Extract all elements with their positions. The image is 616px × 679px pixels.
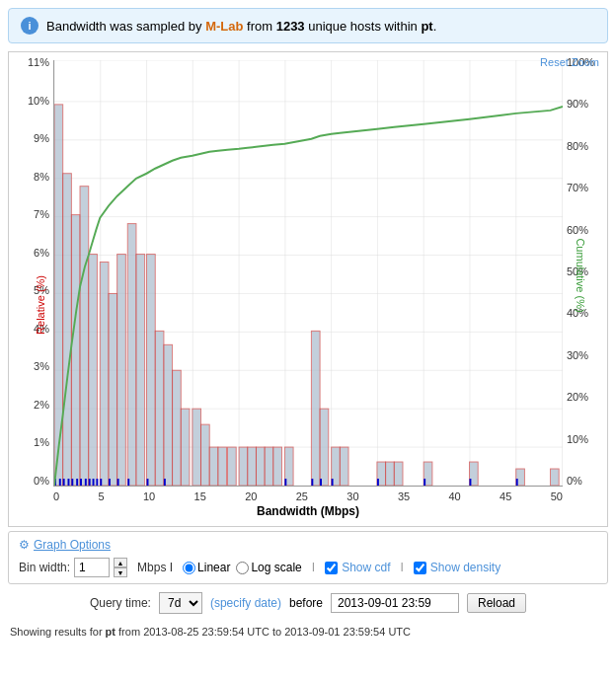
svg-rect-85 xyxy=(516,479,518,486)
svg-rect-74 xyxy=(117,479,119,486)
show-cdf-label: Show cdf xyxy=(342,561,390,574)
svg-rect-69 xyxy=(89,479,91,486)
svg-rect-75 xyxy=(127,479,129,486)
y-left-title: Relative (%) xyxy=(35,275,46,335)
svg-rect-80 xyxy=(320,479,322,486)
show-density-group: Show density xyxy=(414,561,500,574)
bin-width-group: Bin width: ▲ ▼ xyxy=(19,558,127,577)
svg-rect-31 xyxy=(117,255,126,486)
svg-rect-38 xyxy=(181,409,190,486)
info-text: Bandwidth was sampled by M-Lab from 1233… xyxy=(46,19,436,34)
bin-down-button[interactable]: ▼ xyxy=(114,567,127,577)
chart-container: Reset Zoom Relative (%) 0% 1% 2% 3% 4% 5… xyxy=(8,51,608,527)
chart-inner xyxy=(53,60,563,487)
svg-rect-83 xyxy=(424,479,425,486)
options-header[interactable]: ⚙ Graph Options xyxy=(19,538,597,552)
query-row: Query time: 7d (specify date) before Rel… xyxy=(8,588,608,618)
divider2: I xyxy=(400,561,403,574)
svg-rect-29 xyxy=(100,263,109,486)
svg-rect-40 xyxy=(201,424,210,486)
query-time-label: Query time: xyxy=(90,596,151,610)
before-label: before xyxy=(289,596,323,610)
show-cdf-checkbox[interactable] xyxy=(325,562,338,574)
svg-rect-72 xyxy=(100,479,102,486)
svg-rect-43 xyxy=(228,447,237,486)
show-density-label: Show density xyxy=(430,561,500,574)
svg-rect-41 xyxy=(209,447,218,486)
svg-rect-48 xyxy=(273,447,282,486)
svg-rect-67 xyxy=(80,479,82,486)
svg-rect-53 xyxy=(340,447,348,486)
log-label: Log scale xyxy=(251,561,301,574)
chart-area: Reset Zoom Relative (%) 0% 1% 2% 3% 4% 5… xyxy=(9,52,607,526)
svg-rect-35 xyxy=(155,331,164,486)
svg-rect-50 xyxy=(311,331,320,486)
linear-radio[interactable] xyxy=(183,562,195,574)
svg-rect-36 xyxy=(164,344,173,486)
graph-options-label[interactable]: Graph Options xyxy=(34,538,111,552)
reload-button[interactable]: Reload xyxy=(467,593,526,613)
svg-rect-68 xyxy=(85,479,87,486)
svg-rect-82 xyxy=(377,479,379,486)
divider1: I xyxy=(312,561,315,574)
svg-rect-51 xyxy=(320,409,329,486)
y-axis-left: Relative (%) 0% 1% 2% 3% 4% 5% 6% 7% 8% … xyxy=(9,52,53,487)
svg-rect-32 xyxy=(127,224,136,486)
svg-rect-30 xyxy=(109,293,117,486)
info-bar: i Bandwidth was sampled by M-Lab from 12… xyxy=(8,8,608,43)
log-radio[interactable] xyxy=(236,562,249,574)
svg-rect-78 xyxy=(284,479,286,486)
svg-rect-64 xyxy=(68,479,70,486)
show-density-checkbox[interactable] xyxy=(414,562,426,574)
bin-width-input[interactable] xyxy=(74,558,110,577)
svg-rect-62 xyxy=(59,479,61,486)
svg-rect-79 xyxy=(311,479,313,486)
svg-rect-84 xyxy=(469,479,471,486)
svg-rect-45 xyxy=(248,447,257,486)
scale-radio-group: Linear Log scale xyxy=(183,561,302,574)
reset-zoom-button[interactable]: Reset Zoom xyxy=(540,56,599,68)
svg-rect-44 xyxy=(239,447,248,486)
y-axis-right: Cumulative (%) 0% 10% 20% 30% 40% 50% 60… xyxy=(563,52,607,487)
y-right-title: Cumulative (%) xyxy=(574,238,585,312)
chart-svg xyxy=(54,60,563,486)
linear-label: Linear xyxy=(197,561,230,574)
svg-rect-71 xyxy=(96,479,98,486)
svg-rect-47 xyxy=(265,447,273,486)
bin-width-label: Bin width: xyxy=(19,561,70,574)
svg-rect-27 xyxy=(80,187,89,486)
svg-rect-65 xyxy=(71,479,73,486)
svg-rect-77 xyxy=(164,479,166,486)
mbps-label: Mbps I xyxy=(137,561,173,574)
svg-rect-28 xyxy=(89,255,98,486)
status-bar: Showing results for pt from 2013-08-25 2… xyxy=(0,622,616,641)
info-icon: i xyxy=(21,17,38,35)
svg-rect-73 xyxy=(109,479,111,486)
date-input[interactable] xyxy=(331,593,459,613)
svg-rect-33 xyxy=(136,255,145,486)
svg-rect-26 xyxy=(71,215,80,486)
specify-date-link[interactable]: (specify date) xyxy=(210,596,281,610)
svg-rect-42 xyxy=(218,447,227,486)
svg-rect-39 xyxy=(192,409,201,486)
svg-rect-60 xyxy=(550,469,559,486)
show-cdf-group: Show cdf xyxy=(325,561,390,574)
log-radio-item[interactable]: Log scale xyxy=(236,561,301,574)
bin-up-button[interactable]: ▲ xyxy=(114,558,127,567)
svg-rect-25 xyxy=(63,174,72,486)
svg-rect-81 xyxy=(332,479,334,486)
svg-rect-63 xyxy=(63,479,65,486)
query-period-select[interactable]: 7d xyxy=(159,592,202,614)
svg-rect-56 xyxy=(394,462,403,486)
svg-rect-46 xyxy=(256,447,265,486)
svg-rect-76 xyxy=(147,479,149,486)
svg-rect-34 xyxy=(147,255,156,486)
x-axis-title: Bandwidth (Mbps) xyxy=(53,504,563,518)
options-panel: ⚙ Graph Options Bin width: ▲ ▼ Mbps I Li… xyxy=(8,531,608,584)
svg-rect-66 xyxy=(76,479,78,486)
bin-width-spinner: ▲ ▼ xyxy=(114,558,127,577)
gear-icon: ⚙ xyxy=(19,538,30,552)
linear-radio-item[interactable]: Linear xyxy=(183,561,230,574)
svg-rect-70 xyxy=(93,479,95,486)
svg-rect-37 xyxy=(173,370,182,486)
